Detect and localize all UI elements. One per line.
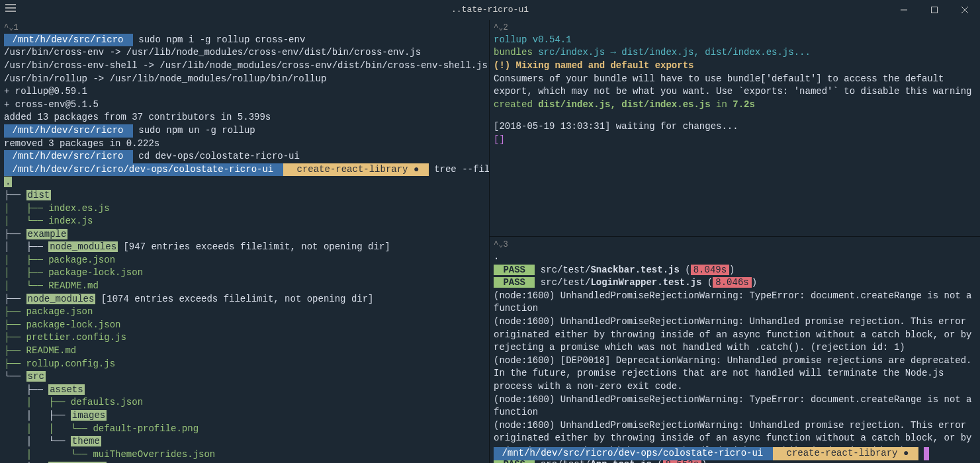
warning-line: (node:1600) UnhandledPromiseRejectionWar… xyxy=(494,394,976,419)
test-pass: PASS src/test/LoginWrapper.test.js (8.04… xyxy=(494,276,976,290)
tree-file: │ ├── package-lock.json xyxy=(4,267,485,280)
prompt-line: /mnt/h/dev/src/ricro sudo npm i -g rollu… xyxy=(4,34,485,47)
tree-dir: ├── assets xyxy=(4,384,485,397)
tree-file: │ ├── index.es.js xyxy=(4,202,485,216)
tree-file: │ └── README.md xyxy=(4,280,485,293)
minimize-button[interactable] xyxy=(889,0,919,20)
output-line: removed 3 packages in 0.222s xyxy=(4,138,485,151)
test-pass: PASS src/test/Snackbar.test.js (8.049s) xyxy=(494,264,976,277)
rollup-bundles: bundles src/index.js → dist/index.js, di… xyxy=(494,46,976,60)
tree-file: │ │ └── default-profile.png xyxy=(4,423,485,436)
pane-3[interactable]: ^⌄3 . PASS src/test/Snackbar.test.js (8.… xyxy=(490,237,980,463)
prompt-line: /mnt/h/dev/src/ricro cd dev-ops/colostat… xyxy=(4,150,485,163)
tree-dir: ├── example xyxy=(4,228,485,241)
tree-file: ├── prettier.config.js xyxy=(4,331,485,345)
tree-dir: ├── node_modules [1074 entries exceeds f… xyxy=(4,293,485,306)
output-line: /usr/bin/cross-env-shell -> /usr/lib/nod… xyxy=(4,60,485,73)
pane-1[interactable]: ^⌄1 /mnt/h/dev/src/ricro sudo npm i -g r… xyxy=(0,20,490,463)
prompt-line: /mnt/h/dev/src/ricro sudo npm un -g roll… xyxy=(4,124,485,138)
tree-dir: │ ├── node_modules [947 entries exceeds … xyxy=(4,241,485,254)
rollup-warning-body: Consumers of your bundle will have to us… xyxy=(494,73,976,99)
tree-file: ├── package.json xyxy=(4,306,485,319)
warning-line: (node:1600) UnhandledPromiseRejectionWar… xyxy=(494,290,976,316)
warning-line: (node:1600) [DEP0018] DeprecationWarning… xyxy=(494,355,976,394)
window-title: ..tate-ricro-ui xyxy=(451,4,529,16)
menu-icon[interactable] xyxy=(5,3,16,17)
tree-dir: │ ├── images xyxy=(4,409,485,423)
cursor xyxy=(924,447,929,460)
warning-line: (node:1600) UnhandledPromiseRejectionWar… xyxy=(494,316,976,355)
output-line: /usr/bin/rollup -> /usr/lib/node_modules… xyxy=(4,73,485,86)
close-button[interactable] xyxy=(950,0,980,20)
tree-file: │ ├── package.json xyxy=(4,254,485,267)
rollup-created: created dist/index.js, dist/index.es.js … xyxy=(494,99,976,112)
rollup-waiting: [2018-05-19 13:03:31] waiting for change… xyxy=(494,120,976,134)
output-line: added 13 packages from 37 contributors i… xyxy=(4,111,485,124)
output-line: + cross-env@5.1.5 xyxy=(4,99,485,112)
svg-rect-4 xyxy=(932,7,938,13)
tree-dir: │ └── theme xyxy=(4,435,485,448)
tree-file: ├── rollup.config.js xyxy=(4,358,485,371)
tree-file: │ ├── defaults.json xyxy=(4,396,485,409)
tree-dir: ├── dist xyxy=(4,189,485,202)
tree-file: ├── README.md xyxy=(4,345,485,358)
cursor-line: [] xyxy=(494,134,976,147)
panes-container: ^⌄1 /mnt/h/dev/src/ricro sudo npm i -g r… xyxy=(0,20,980,463)
pane-2[interactable]: ^⌄2 rollup v0.54.1 bundles src/index.js … xyxy=(490,20,980,237)
output-line: + rollup@0.59.1 xyxy=(4,85,485,99)
pane-3-id: ^⌄3 xyxy=(494,239,976,251)
tree-file: │ └── index.js xyxy=(4,215,485,228)
tree-file: │ └── muiThemeOverrides.json xyxy=(4,448,485,462)
maximize-button[interactable] xyxy=(919,0,950,20)
tree-dir: └── src xyxy=(4,370,485,384)
output-line: /usr/bin/cross-env -> /usr/lib/node_modu… xyxy=(4,46,485,60)
dot-line: . xyxy=(494,251,976,264)
rollup-warning: (!) Mixing named and default exports xyxy=(494,60,976,73)
tree-file: ├── package-lock.json xyxy=(4,319,485,332)
titlebar: ..tate-ricro-ui xyxy=(0,0,980,20)
rollup-version: rollup v0.54.1 xyxy=(494,34,976,47)
pane-3-prompt: /mnt/h/dev/src/ricro/dev-ops/colostate-r… xyxy=(494,447,976,460)
tree-root: . xyxy=(4,176,485,189)
pane-2-id: ^⌄2 xyxy=(494,22,976,34)
prompt-line: /mnt/h/dev/src/ricro/dev-ops/colostate-r… xyxy=(4,163,485,177)
pane-1-id: ^⌄1 xyxy=(4,22,485,34)
